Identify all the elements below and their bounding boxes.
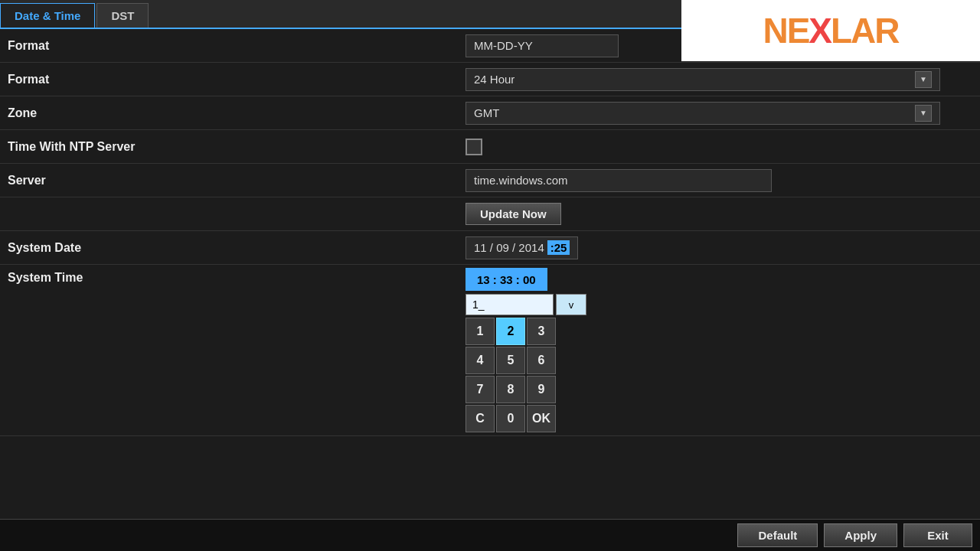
numpad-btn-1[interactable]: 1 — [466, 318, 495, 345]
numpad-grid: 123456789C0OK — [466, 318, 586, 432]
value-server: time.windows.com — [459, 169, 980, 192]
numpad-btn-5[interactable]: 5 — [496, 347, 525, 374]
row-system-time: System Time 13 : 33 : 00 v 123456789C0OK — [0, 265, 980, 436]
exit-button[interactable]: Exit — [903, 523, 972, 547]
value-system-date: 11 / 09 / 2014 :25 — [459, 236, 980, 259]
label-time-format: Format — [0, 73, 459, 86]
value-system-time: 13 : 33 : 00 v 123456789C0OK — [459, 268, 980, 432]
nexlar-logo: NEXLAR — [763, 10, 898, 51]
label-date-format: Format — [0, 39, 459, 53]
value-update: Update Now — [459, 203, 980, 225]
date-format-box[interactable]: MM-DD-YY — [466, 34, 619, 57]
numpad-btn-ok[interactable]: OK — [527, 405, 556, 432]
tab-dst[interactable]: DST — [96, 3, 149, 28]
settings-table: Format MM-DD-YY Format 24 Hour ▼ Zone — [0, 29, 980, 436]
label-ntp: Time With NTP Server — [0, 140, 459, 154]
label-server: Server — [0, 174, 459, 187]
numpad-input[interactable] — [466, 294, 554, 315]
zone-dropdown[interactable]: GMT ▼ — [466, 102, 940, 125]
update-now-button[interactable]: Update Now — [466, 203, 561, 225]
numpad-btn-c[interactable]: C — [466, 405, 495, 432]
value-zone: GMT ▼ — [459, 102, 980, 125]
date-highlight-val: :25 — [547, 240, 570, 255]
row-server: Server time.windows.com — [0, 164, 980, 197]
logo-area: NEXLAR — [681, 0, 980, 61]
row-zone: Zone GMT ▼ — [0, 96, 980, 130]
label-zone: Zone — [0, 106, 459, 120]
label-system-time: System Time — [0, 268, 459, 285]
numpad-btn-3[interactable]: 3 — [527, 318, 556, 345]
server-box[interactable]: time.windows.com — [466, 169, 772, 192]
row-ntp: Time With NTP Server — [0, 130, 980, 164]
value-ntp — [459, 139, 980, 155]
time-format-arrow[interactable]: ▼ — [915, 71, 932, 88]
label-system-date: System Date — [0, 241, 459, 255]
system-date-display[interactable]: 11 / 09 / 2014 :25 — [466, 236, 578, 259]
default-button[interactable]: Default — [737, 523, 818, 547]
logo-ne: NE — [763, 11, 808, 51]
row-update: Update Now — [0, 197, 980, 231]
numpad-btn-6[interactable]: 6 — [527, 347, 556, 374]
time-format-dropdown[interactable]: 24 Hour ▼ — [466, 68, 940, 91]
ntp-checkbox[interactable] — [466, 139, 482, 155]
main-content: Format MM-DD-YY Format 24 Hour ▼ Zone — [0, 29, 980, 519]
numpad-container: v 123456789C0OK — [466, 294, 586, 432]
value-time-format: 24 Hour ▼ — [459, 68, 980, 91]
logo-lar: LAR — [831, 11, 899, 51]
numpad-btn-9[interactable]: 9 — [527, 376, 556, 403]
numpad-v-button[interactable]: v — [556, 294, 586, 315]
logo-x: X — [808, 11, 831, 51]
row-system-date: System Date 11 / 09 / 2014 :25 — [0, 231, 980, 265]
tab-datetime[interactable]: Date & Time — [0, 3, 95, 28]
numpad-btn-8[interactable]: 8 — [496, 376, 525, 403]
numpad-input-row: v — [466, 294, 586, 315]
apply-button[interactable]: Apply — [824, 523, 897, 547]
numpad-btn-0[interactable]: 0 — [496, 405, 525, 432]
numpad-btn-4[interactable]: 4 — [466, 347, 495, 374]
system-time-display[interactable]: 13 : 33 : 00 — [466, 268, 547, 291]
numpad-btn-2[interactable]: 2 — [496, 318, 525, 345]
row-time-format: Format 24 Hour ▼ — [0, 63, 980, 96]
numpad-btn-7[interactable]: 7 — [466, 376, 495, 403]
zone-arrow[interactable]: ▼ — [915, 105, 932, 122]
bottom-bar: Default Apply Exit — [0, 519, 980, 551]
